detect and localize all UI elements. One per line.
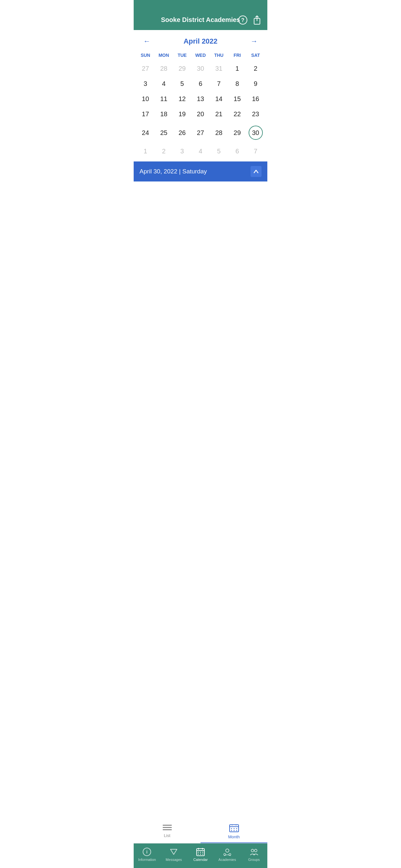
table-row[interactable]: 14	[210, 91, 228, 106]
svg-point-11	[234, 828, 235, 829]
tab-groups-label: Groups	[248, 858, 260, 862]
day-headers: SUN MON TUE WED THU FRI SAT	[134, 51, 267, 60]
table-row[interactable]: 1	[228, 61, 246, 76]
scroll-up-button[interactable]	[251, 166, 261, 177]
table-row[interactable]: 3	[136, 76, 155, 91]
table-row[interactable]: 7	[210, 76, 228, 91]
tab-messages[interactable]: Messages	[164, 847, 183, 862]
table-row[interactable]: 18	[155, 106, 173, 122]
tab-calendar-label: Calendar	[193, 858, 208, 862]
help-icon[interactable]: ?	[238, 15, 248, 25]
svg-rect-4	[163, 827, 172, 828]
svg-point-26	[197, 854, 198, 855]
next-month-button[interactable]: →	[247, 36, 261, 47]
table-row[interactable]: 29	[228, 122, 246, 144]
table-row[interactable]: 29	[173, 61, 191, 76]
table-row[interactable]: 31	[210, 61, 228, 76]
table-row[interactable]: 16	[246, 91, 265, 106]
table-row[interactable]: 25	[155, 122, 173, 144]
table-row[interactable]: 28	[210, 122, 228, 144]
svg-point-29	[226, 849, 229, 852]
tab-information[interactable]: i Information	[137, 847, 157, 862]
table-row[interactable]: 19	[173, 106, 191, 122]
svg-point-13	[231, 830, 232, 831]
tab-calendar[interactable]: Calendar	[191, 847, 210, 862]
calendar-grid: 2728293031123456789101112131415161718192…	[134, 61, 267, 159]
header-icon-group: ?	[238, 15, 262, 25]
table-row[interactable]: 3	[173, 144, 191, 159]
app-header: Sooke District Academies ?	[134, 0, 267, 30]
table-row[interactable]: 8	[228, 76, 246, 91]
table-row[interactable]: 9	[246, 76, 265, 91]
month-view-button[interactable]: Month	[201, 821, 267, 843]
table-row[interactable]: 26	[173, 122, 191, 144]
svg-point-10	[231, 828, 232, 829]
table-row[interactable]: 2	[155, 144, 173, 159]
tab-academies[interactable]: Academies	[218, 847, 237, 862]
day-header-wed: WED	[191, 51, 210, 60]
table-row[interactable]: 21	[210, 106, 228, 122]
svg-point-12	[236, 828, 237, 829]
tab-academies-label: Academies	[219, 858, 236, 862]
table-row[interactable]: 27	[136, 61, 155, 76]
list-view-button[interactable]: List	[134, 821, 201, 843]
share-icon[interactable]	[252, 15, 262, 25]
table-row[interactable]: 11	[155, 91, 173, 106]
table-row[interactable]: 1	[136, 144, 155, 159]
month-title: April 2022	[183, 37, 217, 45]
svg-point-24	[200, 852, 201, 853]
table-row[interactable]: 22	[228, 106, 246, 122]
table-row[interactable]: 4	[191, 144, 210, 159]
selected-date-text: April 30, 2022 | Saturday	[140, 168, 207, 175]
table-row[interactable]: 10	[136, 91, 155, 106]
calendar-icon	[196, 847, 205, 857]
content-area	[134, 182, 267, 817]
svg-point-28	[202, 854, 203, 855]
table-row[interactable]: 20	[191, 106, 210, 122]
day-header-fri: FRI	[228, 51, 246, 60]
svg-text:?: ?	[241, 18, 244, 23]
header-title: Sooke District Academies	[161, 16, 240, 24]
svg-rect-3	[163, 825, 172, 826]
selected-date-banner: April 30, 2022 | Saturday	[134, 161, 267, 182]
svg-marker-18	[171, 849, 177, 855]
day-header-mon: MON	[155, 51, 173, 60]
calendar-container: ← April 2022 → SUN MON TUE WED THU FRI S…	[134, 30, 267, 843]
svg-point-33	[254, 849, 257, 852]
list-view-label: List	[164, 833, 170, 838]
table-row[interactable]: 7	[246, 144, 265, 159]
month-nav: ← April 2022 →	[134, 30, 267, 51]
svg-point-15	[236, 830, 237, 831]
table-row[interactable]: 28	[155, 61, 173, 76]
table-row[interactable]: 2	[246, 61, 265, 76]
tab-bar: i Information Messages	[134, 843, 267, 868]
table-row[interactable]: 12	[173, 91, 191, 106]
table-row[interactable]: 5	[173, 76, 191, 91]
table-row[interactable]: 4	[155, 76, 173, 91]
table-row[interactable]: 24	[136, 122, 155, 144]
tab-groups[interactable]: Groups	[244, 847, 264, 862]
table-row[interactable]: 23	[246, 106, 265, 122]
table-row[interactable]: 30	[246, 122, 265, 144]
prev-month-button[interactable]: ←	[140, 36, 154, 47]
table-row[interactable]: 15	[228, 91, 246, 106]
day-header-thu: THU	[210, 51, 228, 60]
svg-rect-5	[163, 829, 172, 830]
table-row[interactable]: 6	[228, 144, 246, 159]
svg-point-32	[251, 849, 254, 852]
table-row[interactable]: 6	[191, 76, 210, 91]
month-view-label: Month	[228, 834, 240, 839]
info-icon: i	[143, 847, 151, 857]
tab-information-label: Information	[138, 858, 156, 862]
academies-icon	[223, 847, 232, 857]
table-row[interactable]: 27	[191, 122, 210, 144]
table-row[interactable]: 13	[191, 91, 210, 106]
groups-icon	[250, 847, 258, 857]
svg-point-23	[197, 852, 198, 853]
svg-point-14	[234, 830, 235, 831]
day-header-sat: SAT	[246, 51, 265, 60]
table-row[interactable]: 5	[210, 144, 228, 159]
table-row[interactable]: 30	[191, 61, 210, 76]
view-toggle: List Month	[134, 817, 267, 843]
table-row[interactable]: 17	[136, 106, 155, 122]
